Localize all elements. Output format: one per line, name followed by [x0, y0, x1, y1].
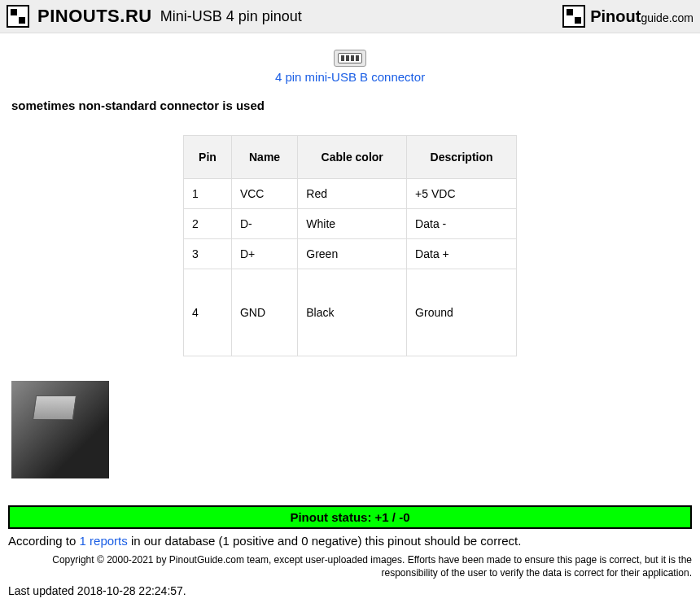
table-row: 2 D- White Data -	[184, 209, 517, 239]
th-pin: Pin	[184, 136, 232, 179]
cell-name: VCC	[231, 179, 297, 209]
pinout-table: Pin Name Cable color Description 1 VCC R…	[183, 135, 517, 356]
subtitle-note: sometimes non-standard connector is used	[0, 92, 700, 119]
guide-logo-icon	[562, 5, 585, 28]
cell-color: Green	[298, 239, 407, 269]
cell-color: Black	[298, 269, 407, 356]
cell-color: White	[298, 209, 407, 239]
cell-description: Ground	[407, 269, 517, 356]
status-text: According to 1 reports in our database (…	[0, 532, 700, 549]
status-prefix: According to	[8, 534, 80, 548]
cell-description: Data -	[407, 209, 517, 239]
status-bar: Pinout status: +1 / -0	[8, 505, 692, 529]
cell-color: Red	[298, 179, 407, 209]
cell-pin: 3	[184, 239, 232, 269]
connector-photo	[11, 381, 109, 478]
reports-link[interactable]: 1 reports	[80, 534, 128, 548]
pinouts-logo-icon	[7, 5, 29, 28]
cell-name: D-	[231, 209, 297, 239]
table-row: 4 GND Black Ground	[184, 269, 517, 356]
connector-diagram-icon	[334, 50, 366, 67]
table-row: 3 D+ Green Data +	[184, 239, 517, 269]
header-right[interactable]: Pinoutguide.com	[562, 5, 693, 28]
copyright-text: Copyright © 2000-2021 by PinoutGuide.com…	[0, 549, 700, 581]
status-suffix: in our database (1 positive and 0 negati…	[128, 534, 522, 548]
guide-logo-main: Pinout	[590, 7, 641, 25]
guide-logo-sub: guide.com	[641, 11, 693, 24]
cell-name: GND	[231, 269, 297, 356]
connector-section: 4 pin mini-USB B connector	[0, 50, 700, 84]
guide-logo-text: Pinoutguide.com	[590, 7, 693, 26]
table-header-row: Pin Name Cable color Description	[184, 136, 517, 179]
page-title: Mini-USB 4 pin pinout	[160, 8, 302, 25]
connector-link[interactable]: 4 pin mini-USB B connector	[0, 70, 700, 84]
cell-pin: 4	[184, 269, 232, 356]
cell-name: D+	[231, 239, 297, 269]
th-name: Name	[231, 136, 297, 179]
th-color: Cable color	[298, 136, 407, 179]
photo-section	[0, 373, 700, 489]
header-left: PINOUTS.RU Mini-USB 4 pin pinout	[7, 5, 302, 28]
cell-description: Data +	[407, 239, 517, 269]
table-row: 1 VCC Red +5 VDC	[184, 179, 517, 209]
cell-pin: 2	[184, 209, 232, 239]
th-description: Description	[407, 136, 517, 179]
cell-description: +5 VDC	[407, 179, 517, 209]
site-logo-text[interactable]: PINOUTS.RU	[37, 6, 152, 27]
page-header: PINOUTS.RU Mini-USB 4 pin pinout Pinoutg…	[0, 0, 700, 33]
cell-pin: 1	[184, 179, 232, 209]
last-updated: Last updated 2018-10-28 22:24:57.	[0, 581, 700, 601]
